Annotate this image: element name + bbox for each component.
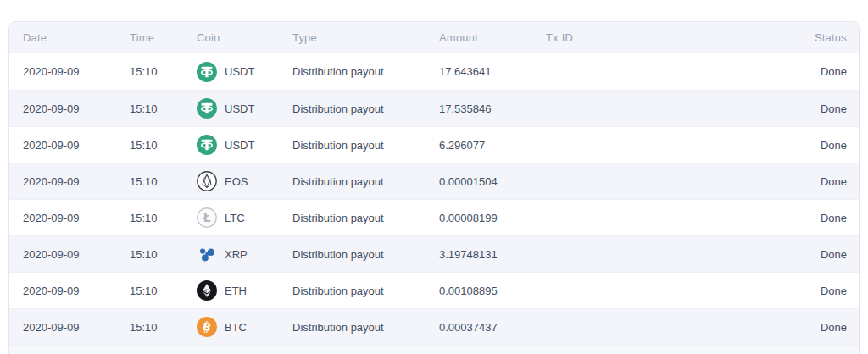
cell-amount: 0.00037437 [439,321,546,334]
cell-date: 2020-09-09 [23,139,130,152]
cell-coin: Ł LTC [197,207,292,228]
coin-label: BTC [225,321,247,334]
cell-type: Distribution payout [292,175,439,188]
column-header-txid: Tx ID [546,31,799,44]
cell-time: 15:10 [130,65,197,78]
coin-label: XRP [225,248,248,261]
cell-time: 15:10 [130,212,197,224]
table-row: 2020-09-09 15:10 USDT Distribution payou… [9,53,859,90]
table-row: 2020-09-09 15:10 Ł LTC Distribution payo… [9,199,859,235]
column-header-type: Type [292,31,439,44]
coin-label: EOS [225,175,248,188]
cell-amount: 0.00001504 [439,175,546,188]
usdt-icon [197,98,217,119]
column-header-time: Time [130,31,197,44]
cell-status: Done [799,102,847,115]
svg-text:Ł: Ł [203,211,211,224]
coin-label: ETH [225,285,247,297]
cell-status: Done [799,139,847,152]
usdt-icon [197,62,217,82]
cell-status: Done [799,248,847,261]
cell-status: Done [799,321,847,334]
cell-coin: EOS [197,171,292,191]
cell-time: 15:10 [130,139,197,152]
cell-amount: 17.643641 [439,65,546,78]
table-row: 2020-09-09 15:10 USDT Distribution payou… [9,126,859,163]
coin-label: USDT [225,139,254,152]
cell-amount: 0.00008199 [439,212,546,224]
coin-label: USDT [225,102,254,115]
usdt-icon [197,135,217,155]
table-row: 2020-09-09 15:10 USDT Distribution payou… [9,90,859,126]
cell-status: Done [799,285,847,297]
cell-type: Distribution payout [292,139,439,152]
cell-date: 2020-09-09 [23,175,130,188]
cell-date: 2020-09-09 [23,248,130,261]
column-header-coin: Coin [197,31,292,44]
column-header-date: Date [23,31,130,44]
cell-type: Distribution payout [292,285,439,297]
cell-coin: USDT [197,98,292,119]
cell-time: 15:10 [130,102,197,115]
cell-date: 2020-09-09 [23,321,130,334]
transaction-history-card: Date Time Coin Type Amount Tx ID Status … [8,21,860,354]
cell-coin: XRP [197,244,292,264]
table-row-partial [9,345,859,354]
cell-coin: USDT [197,135,292,155]
column-header-status: Status [799,31,847,44]
cell-amount: 0.00108895 [439,285,546,297]
table-row: 2020-09-09 15:10 ETH Distribution payout… [9,272,859,308]
cell-coin: ETH [197,280,292,301]
column-header-amount: Amount [439,31,546,44]
cell-time: 15:10 [130,321,197,334]
cell-type: Distribution payout [292,212,439,224]
cell-date: 2020-09-09 [23,102,130,115]
xrp-icon [197,244,217,264]
ltc-icon: Ł [197,207,217,228]
btc-icon: B [197,317,217,337]
table-body: 2020-09-09 15:10 USDT Distribution payou… [9,53,859,354]
cell-coin: B BTC [197,317,292,337]
cell-amount: 6.296077 [439,139,546,152]
cell-coin: USDT [197,62,292,82]
cell-time: 15:10 [130,285,197,297]
table-header: Date Time Coin Type Amount Tx ID Status [9,22,859,53]
table-row: 2020-09-09 15:10 EOS Distribution payout… [9,163,859,199]
cell-time: 15:10 [130,248,197,261]
cell-status: Done [799,175,847,188]
cell-status: Done [799,65,847,78]
cell-type: Distribution payout [292,321,439,334]
cell-type: Distribution payout [292,65,439,78]
cell-type: Distribution payout [292,102,439,115]
eos-icon [197,171,217,191]
coin-label: LTC [225,212,245,224]
cell-time: 15:10 [130,175,197,188]
cell-status: Done [799,212,847,224]
table-row: 2020-09-09 15:10 XRP Distribution payout… [9,235,859,272]
eth-icon [197,280,217,301]
cell-type: Distribution payout [292,248,439,261]
cell-amount: 17.535846 [439,102,546,115]
cell-date: 2020-09-09 [23,285,130,297]
coin-label: USDT [225,65,254,78]
cell-date: 2020-09-09 [23,65,130,78]
cell-amount: 3.19748131 [439,248,546,261]
table-row: 2020-09-09 15:10 B BTC Distribution payo… [9,308,859,345]
cell-date: 2020-09-09 [23,212,130,224]
